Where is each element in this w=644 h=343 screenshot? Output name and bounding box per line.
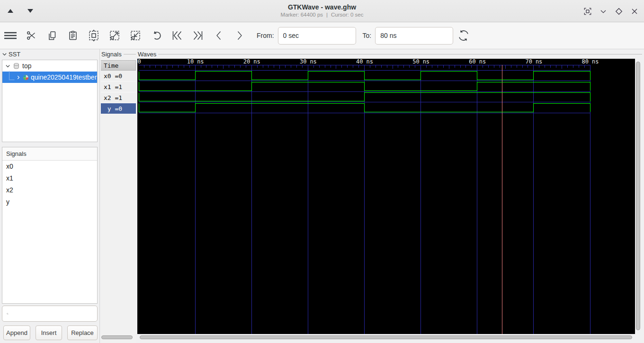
close-button[interactable] <box>629 6 640 17</box>
status-separator: | <box>326 12 328 18</box>
svg-text:80: 80 <box>582 59 589 65</box>
fullscreen-button[interactable] <box>582 6 593 17</box>
tree-item-testbench[interactable]: quine20250419testbench <box>2 72 97 83</box>
toolbar: From: To: <box>0 22 644 49</box>
marker-status: Marker: 64400 ps <box>281 12 323 18</box>
svg-text:50: 50 <box>412 59 419 65</box>
svg-text:70: 70 <box>525 59 532 65</box>
triangle-up-icon <box>8 9 13 13</box>
go-start-button[interactable] <box>167 25 188 46</box>
svg-text:ns: ns <box>253 59 260 65</box>
cut-button[interactable] <box>21 25 42 46</box>
svg-text:ns: ns <box>592 59 599 65</box>
zoom-fit-button[interactable] <box>83 25 104 46</box>
scrollbar-thumb[interactable] <box>636 62 640 330</box>
copy-button[interactable] <box>42 25 63 46</box>
signals-column: Signals Time x0 =0 x1 =1 x2 =1 y =0 <box>101 49 136 343</box>
menu-icon <box>3 30 18 41</box>
go-end-icon <box>191 29 205 42</box>
minimize-button[interactable] <box>598 6 609 17</box>
signal-list-header: Signals <box>2 147 97 161</box>
list-item-x1[interactable]: x1 <box>2 172 97 184</box>
maximize-button[interactable] <box>613 6 625 17</box>
sst-panel-header[interactable]: SST <box>2 51 20 58</box>
go-next-button[interactable] <box>229 25 250 46</box>
cursor-status: Cursor: 0 sec <box>331 12 363 18</box>
zoom-out-button[interactable] <box>125 25 146 46</box>
zoom-in-icon <box>108 29 121 42</box>
zoom-undo-button[interactable] <box>146 25 167 46</box>
from-input[interactable] <box>278 27 356 45</box>
reload-button[interactable] <box>453 25 474 46</box>
chevron-left-icon <box>213 29 225 42</box>
go-start-icon <box>170 29 184 42</box>
signal-row-y[interactable]: y =0 <box>101 103 136 114</box>
waves-horizontal-scrollbar[interactable] <box>138 335 643 340</box>
search-icon <box>7 310 9 317</box>
signal-row-x2[interactable]: x2 =1 <box>101 92 136 103</box>
time-column-header[interactable]: Time <box>101 60 136 71</box>
tree-item-top[interactable]: top <box>2 60 97 72</box>
menu-button[interactable] <box>0 25 21 46</box>
reload-icon <box>456 28 471 43</box>
paste-button[interactable] <box>63 25 83 46</box>
paste-clipboard-icon <box>67 30 79 41</box>
list-item-x0[interactable]: x0 <box>2 161 97 172</box>
zoom-in-button[interactable] <box>104 25 125 46</box>
tree-connector <box>9 71 14 80</box>
waves-vertical-scrollbar[interactable] <box>636 61 641 333</box>
tree-item-label: top <box>22 62 31 70</box>
svg-text:ns: ns <box>197 59 204 65</box>
collapse-chevron-icon <box>2 52 7 57</box>
wave-canvas[interactable]: 010ns20ns30ns40ns50ns60ns70ns80ns <box>137 59 635 334</box>
scroll-up-button[interactable] <box>4 5 17 17</box>
scrollbar-thumb[interactable] <box>140 335 632 339</box>
svg-text:ns: ns <box>479 59 486 65</box>
sst-title: SST <box>9 51 20 58</box>
svg-text:0: 0 <box>138 59 141 65</box>
zoom-undo-icon <box>150 29 162 42</box>
zoom-fit-icon <box>88 29 100 42</box>
svg-text:10: 10 <box>187 59 194 65</box>
component-sphere-icon <box>23 74 29 81</box>
to-label: To: <box>363 32 372 39</box>
fullscreen-icon <box>583 7 592 16</box>
waves-frame-label: Waves <box>138 51 158 58</box>
svg-text:ns: ns <box>423 59 429 65</box>
sst-tree: top quine20250419testbench <box>2 60 98 142</box>
append-button[interactable]: Append <box>3 325 30 340</box>
go-end-button[interactable] <box>188 25 208 46</box>
to-input[interactable] <box>375 27 453 45</box>
scroll-down-button[interactable] <box>24 5 37 17</box>
copy-icon <box>46 30 58 41</box>
insert-button[interactable]: Insert <box>36 325 62 340</box>
frame-border <box>124 54 136 54</box>
from-label: From: <box>257 32 274 39</box>
go-prev-button[interactable] <box>208 25 229 46</box>
scrollbar-thumb[interactable] <box>101 335 133 339</box>
zoom-out-icon <box>129 29 142 42</box>
triangle-down-icon <box>27 9 33 13</box>
signal-search[interactable] <box>2 306 98 322</box>
list-item-y[interactable]: y <box>2 196 97 208</box>
search-input[interactable] <box>11 308 97 319</box>
signals-horizontal-scrollbar[interactable] <box>101 335 134 339</box>
replace-button[interactable]: Replace <box>67 325 98 340</box>
signal-row-x0[interactable]: x0 =0 <box>101 71 136 81</box>
signal-row-x1[interactable]: x1 =1 <box>101 81 136 92</box>
expander-down-icon[interactable] <box>5 63 10 69</box>
list-item-x2[interactable]: x2 <box>2 184 97 196</box>
sst-panel: SST top <box>0 49 100 343</box>
window-title: GTKWave - wave.ghw <box>0 3 644 11</box>
svg-text:20: 20 <box>243 59 250 65</box>
signal-actions: Append Insert Replace <box>0 325 100 341</box>
maximize-diamond-icon <box>614 7 624 16</box>
waveform-plot: 010ns20ns30ns40ns50ns60ns70ns80ns <box>137 59 635 334</box>
expander-right-icon[interactable] <box>16 75 21 80</box>
signals-frame-label: Signals <box>101 51 124 58</box>
svg-text:ns: ns <box>367 59 373 65</box>
svg-text:ns: ns <box>310 59 316 65</box>
window-status: Marker: 64400 ps|Cursor: 0 sec <box>0 11 644 18</box>
signal-list-box: Signals x0 x1 x2 y <box>2 147 98 304</box>
chevron-down-icon <box>599 7 608 16</box>
